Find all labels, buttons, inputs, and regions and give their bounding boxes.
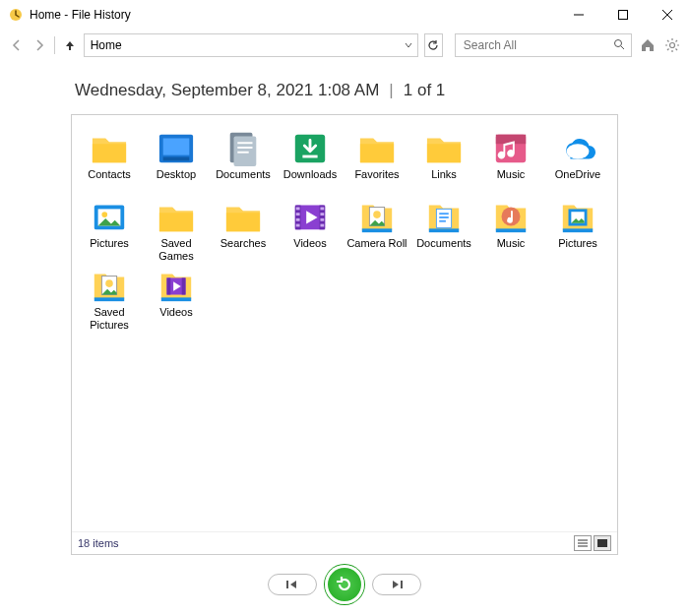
svg-line-13	[676, 49, 678, 51]
downloads-icon	[289, 129, 331, 166]
item-label: Searches	[220, 237, 266, 263]
footer-controls	[0, 555, 689, 614]
svg-line-15	[676, 40, 678, 42]
lib-music-icon	[490, 198, 532, 235]
close-button[interactable]	[645, 0, 689, 30]
folder-item[interactable]: Documents	[212, 129, 275, 194]
folder-item[interactable]: Pictures	[546, 198, 609, 263]
restore-button[interactable]	[325, 565, 364, 604]
onedrive-icon	[557, 129, 598, 166]
home-button[interactable]	[640, 34, 657, 56]
svg-rect-21	[401, 581, 403, 588]
snapshot-separator: |	[389, 81, 393, 100]
svg-point-7	[670, 43, 675, 48]
folder-item[interactable]: Music	[479, 198, 542, 263]
item-label: Music	[497, 168, 526, 194]
content: Wednesday, September 8, 2021 1:08 AM | 1…	[0, 65, 689, 555]
folder-item[interactable]: Camera Roll	[345, 198, 408, 263]
back-button[interactable]	[8, 33, 27, 57]
item-label: Saved Games	[145, 237, 208, 263]
folder-item[interactable]: Favorites	[345, 129, 408, 194]
item-label: Links	[431, 168, 457, 194]
folder-item[interactable]: Videos	[145, 267, 208, 332]
item-label: Music	[497, 237, 526, 263]
folder-item[interactable]: Music	[479, 129, 542, 194]
address-text: Home	[85, 38, 400, 52]
item-label: Videos	[293, 237, 326, 263]
lib-documents-icon	[423, 198, 465, 235]
items-grid: ContactsDesktopDocumentsDownloadsFavorit…	[72, 115, 617, 531]
nav-divider	[54, 36, 55, 54]
item-label: Pictures	[558, 237, 597, 263]
minimize-button[interactable]	[556, 0, 600, 30]
svg-line-12	[667, 40, 669, 42]
item-label: Documents	[416, 237, 471, 263]
documents-icon	[222, 129, 264, 166]
next-version-button[interactable]	[372, 574, 421, 595]
lib-camera-icon	[89, 267, 130, 304]
app-icon	[8, 7, 24, 23]
svg-rect-19	[597, 539, 607, 547]
svg-rect-2	[618, 11, 627, 20]
up-button[interactable]	[61, 33, 80, 57]
refresh-button[interactable]	[424, 33, 443, 57]
folder-icon	[356, 129, 398, 166]
status-bar: 18 items	[72, 531, 617, 554]
settings-button[interactable]	[664, 34, 681, 56]
svg-line-6	[621, 46, 624, 49]
address-bar[interactable]: Home	[84, 33, 418, 57]
search-input[interactable]	[462, 37, 613, 53]
lib-videos-icon	[156, 267, 197, 304]
forward-button[interactable]	[31, 33, 49, 57]
toolbar: Home	[0, 30, 689, 65]
view-icons-button[interactable]	[594, 535, 611, 551]
folder-icon	[89, 129, 130, 166]
item-label: Contacts	[88, 168, 130, 194]
snapshot-page: 1 of 1	[404, 81, 446, 100]
folder-item[interactable]: Documents	[412, 198, 475, 263]
pictures-icon	[89, 198, 130, 235]
folder-item[interactable]: Saved Games	[145, 198, 208, 263]
address-dropdown-icon[interactable]	[400, 41, 417, 49]
folder-icon	[222, 198, 264, 235]
view-details-button[interactable]	[574, 535, 592, 551]
maximize-button[interactable]	[600, 0, 645, 30]
folder-item[interactable]: Contacts	[78, 129, 141, 194]
search-box[interactable]	[455, 33, 632, 57]
item-label: Camera Roll	[346, 237, 407, 263]
item-label: Saved Pictures	[78, 306, 141, 332]
file-listing: ContactsDesktopDocumentsDownloadsFavorit…	[71, 114, 618, 555]
lib-pictures-icon	[557, 198, 598, 235]
lib-camera-icon	[356, 198, 398, 235]
item-label: Desktop	[157, 168, 196, 194]
item-label: OneDrive	[555, 168, 600, 194]
svg-rect-20	[286, 581, 288, 588]
svg-line-14	[667, 49, 669, 51]
music-icon	[490, 129, 532, 166]
item-label: Documents	[216, 168, 271, 194]
folder-item[interactable]: Desktop	[145, 129, 208, 194]
folder-item[interactable]: Links	[412, 129, 475, 194]
item-label: Downloads	[283, 168, 337, 194]
folder-item[interactable]: OneDrive	[546, 129, 609, 194]
folder-item[interactable]: Searches	[212, 198, 275, 263]
item-label: Pictures	[90, 237, 129, 263]
desktop-icon	[156, 129, 197, 166]
videos-icon	[289, 198, 331, 235]
folder-item[interactable]: Saved Pictures	[78, 267, 141, 332]
item-count: 18 items	[78, 537, 119, 549]
snapshot-header: Wednesday, September 8, 2021 1:08 AM | 1…	[71, 65, 618, 114]
folder-icon	[423, 129, 465, 166]
folder-item[interactable]: Pictures	[78, 198, 141, 263]
svg-point-5	[614, 39, 621, 46]
folder-item[interactable]: Downloads	[279, 129, 342, 194]
search-icon	[613, 38, 625, 53]
item-label: Favorites	[354, 168, 399, 194]
folder-item[interactable]: Videos	[279, 198, 342, 263]
snapshot-timestamp: Wednesday, September 8, 2021 1:08 AM	[75, 81, 379, 100]
previous-version-button[interactable]	[268, 574, 317, 595]
window-title: Home - File History	[30, 8, 556, 22]
item-label: Videos	[159, 306, 192, 332]
folder-icon	[156, 198, 197, 235]
title-bar: Home - File History	[0, 0, 689, 30]
